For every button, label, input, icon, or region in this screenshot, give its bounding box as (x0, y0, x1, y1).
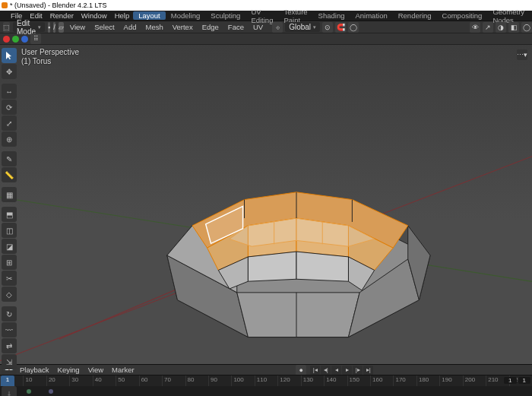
axis-x-dot (3, 36, 10, 43)
tick-label: 20 (49, 376, 55, 383)
timeline-ruler[interactable]: 1 10 20 30 40 50 60 70 80 90 100 110 120… (0, 375, 532, 386)
svg-marker-15 (248, 252, 296, 281)
select-mode-vertex-icon[interactable]: ▪ (48, 22, 50, 33)
editor-type-icon[interactable]: ⬚ (3, 22, 10, 33)
hdr-view[interactable]: View (67, 23, 88, 31)
hdr-add[interactable]: Add (121, 23, 140, 31)
tool-shrink[interactable]: ⇲ (2, 354, 17, 369)
window-title: * (Unsaved) - Blender 4.2.1 LTS (10, 2, 106, 9)
workspace-tab-layout[interactable]: Layout (133, 11, 166, 20)
tick-label: 130 (303, 376, 313, 383)
tool-select-box[interactable] (2, 48, 17, 63)
tool-smooth[interactable]: 〰 (2, 322, 17, 337)
tick-label: 120 (280, 376, 290, 383)
playhead[interactable]: 1 (1, 375, 14, 386)
hdr-vertex[interactable]: Vertex (169, 23, 196, 31)
view-persp-label: User Perspective (21, 48, 79, 57)
tick-label: 150 (350, 376, 359, 383)
tool-add-cube[interactable]: ▦ (2, 187, 17, 202)
tick-label: 190 (442, 376, 451, 383)
tick-label: 80 (188, 376, 195, 383)
menu-window[interactable]: Window (78, 11, 111, 20)
tick-label: 30 (71, 376, 78, 383)
menu-render[interactable]: Render (46, 11, 78, 20)
viewport-3d[interactable]: User Perspective (1) Torus ✥ ↔ ⟳ ⤢ ⊕ ✎ 📏… (0, 45, 532, 364)
tick-label: 100 (233, 376, 243, 383)
playback-controls: |◂ ◂| ◂ ▸ |▸ ▸| (310, 366, 373, 375)
prev-key-icon[interactable]: ◂| (321, 366, 331, 375)
status-bar (0, 386, 532, 396)
svg-marker-4 (237, 293, 359, 337)
tick-label: 110 (257, 376, 267, 383)
visibility-icon[interactable]: 👁 (470, 22, 480, 33)
timeline-header: 🕑 Playback Keying View Marker ● |◂ ◂| ◂ … (0, 364, 532, 375)
proportional-edit-icon[interactable]: ◯ (348, 22, 359, 33)
tick-label: 40 (95, 376, 102, 383)
menu-help[interactable]: Help (111, 11, 134, 20)
workspace-tab-animation[interactable]: Animation (350, 11, 392, 20)
hdr-select[interactable]: Select (91, 23, 117, 31)
select-mode-face-icon[interactable]: ▱ (59, 22, 64, 33)
frame-range: 1 1 (504, 377, 530, 384)
tool-extrude[interactable]: ⬒ (2, 207, 17, 222)
tool-measure[interactable]: 📏 (2, 167, 17, 182)
workspace-tab-shading[interactable]: Shading (313, 11, 350, 20)
workspace-tab-rendering[interactable]: Rendering (393, 11, 437, 20)
tool-spin[interactable]: ↻ (2, 306, 17, 322)
svg-marker-16 (296, 252, 348, 281)
tool-edge-slide[interactable]: ⇄ (2, 338, 17, 353)
tool-cursor[interactable]: ✥ (2, 64, 17, 79)
overlay-toggle-icon[interactable]: ◑ (496, 22, 506, 33)
timeline-scale: 1 10 20 30 40 50 60 70 80 90 100 110 120… (0, 375, 532, 386)
hdr-face[interactable]: Face (225, 23, 247, 31)
jump-start-icon[interactable]: |◂ (310, 366, 320, 375)
workspace-tab-compositing[interactable]: Compositing (437, 11, 488, 20)
options-dropdown-icon[interactable]: ⋯▾ (517, 49, 527, 60)
orientation-dropdown[interactable]: Global (285, 22, 320, 32)
select-mode-edge-icon[interactable]: / (53, 22, 55, 33)
play-rev-icon[interactable]: ◂ (331, 366, 341, 375)
next-key-icon[interactable]: |▸ (353, 366, 363, 375)
tick-label: 90 (211, 376, 217, 383)
tool-move[interactable]: ↔ (2, 84, 17, 99)
shading-wire-icon[interactable]: ◯ (521, 22, 532, 33)
workspace-tab-modeling[interactable]: Modeling (166, 11, 206, 20)
timeline-playback[interactable]: Playback (17, 366, 52, 374)
tool-scale[interactable]: ⤢ (2, 116, 17, 131)
main-menubar: File Edit Render Window Help Layout Mode… (0, 11, 532, 21)
tool-polybuild[interactable]: ◇ (2, 287, 17, 302)
tool-bevel[interactable]: ◪ (2, 239, 17, 254)
drag-tool-icon[interactable]: ⠿ (30, 33, 41, 44)
tool-annotate[interactable]: ✎ (2, 151, 17, 166)
hdr-mesh[interactable]: Mesh (142, 23, 166, 31)
pivot-icon[interactable]: ⊙ (322, 22, 333, 33)
play-icon[interactable]: ▸ (342, 366, 352, 375)
tool-rip[interactable]: ⟊ (2, 386, 17, 396)
hdr-edge[interactable]: Edge (199, 23, 222, 31)
mode-dropdown[interactable]: Edit Mode (13, 22, 45, 32)
tick-label: 210 (488, 376, 498, 383)
nav-gizmo[interactable]: ⋯▾ (517, 49, 527, 60)
autokey-icon[interactable]: ● (296, 365, 306, 375)
orientation-label: Global (289, 23, 311, 31)
frame-end[interactable]: 1 (518, 377, 530, 384)
timeline-view[interactable]: View (86, 366, 106, 374)
timeline-keying[interactable]: Keying (55, 366, 82, 374)
hdr-uv[interactable]: UV (250, 23, 266, 31)
tool-transform[interactable]: ⊕ (2, 131, 17, 147)
torus-mesh[interactable] (125, 151, 467, 344)
frame-start[interactable]: 1 (504, 377, 516, 384)
tick-label: 50 (118, 376, 125, 383)
xray-icon[interactable]: ◧ (508, 22, 519, 33)
tool-knife[interactable]: ✂ (2, 271, 17, 286)
workspace-tab-sculpting[interactable]: Sculpting (205, 11, 245, 20)
orientation-icon[interactable]: ⟐ (272, 22, 283, 33)
tool-rotate[interactable]: ⟳ (2, 100, 17, 115)
snap-icon[interactable]: 🧲 (335, 22, 346, 33)
tool-inset[interactable]: ◫ (2, 223, 17, 238)
status-item (27, 389, 33, 394)
gizmo-icon[interactable]: ↗ (483, 22, 493, 33)
tool-loopcut[interactable]: ⊞ (2, 255, 17, 270)
timeline-marker[interactable]: Marker (109, 366, 137, 374)
jump-end-icon[interactable]: ▸| (363, 366, 373, 375)
